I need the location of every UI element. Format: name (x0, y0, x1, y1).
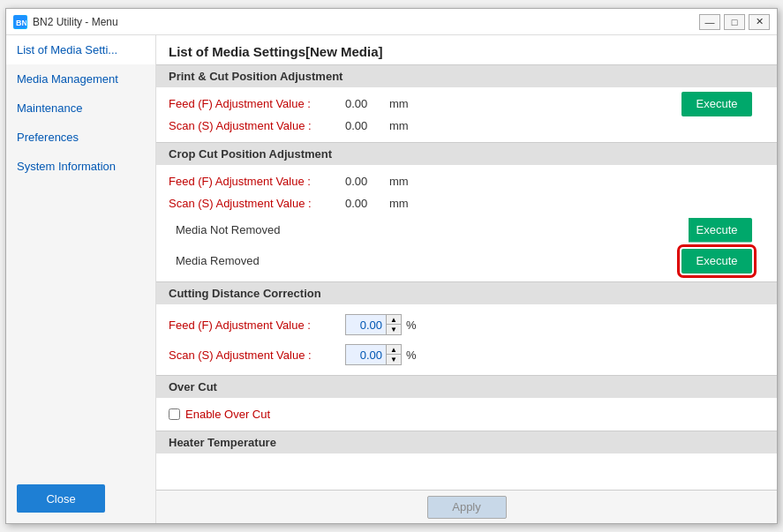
media-not-removed-label: Media Not Removed (176, 219, 352, 241)
close-button[interactable]: Close (17, 484, 105, 513)
media-removed-label: Media Removed (176, 250, 352, 272)
maximize-button[interactable]: □ (724, 14, 745, 30)
scan-s-unit-2: mm (389, 197, 409, 210)
section-crop-cut-body: Feed (F) Adjustment Value : 0.00 mm Scan… (156, 165, 777, 281)
title-bar-left: BN BN2 Utility - Menu (13, 15, 118, 29)
svg-text:BN: BN (16, 19, 26, 27)
section-over-cut: Over Cut Enable Over Cut (156, 375, 777, 431)
section-cutting-distance-title: Cutting Distance Correction (156, 282, 777, 304)
minimize-button[interactable]: — (699, 14, 720, 30)
scan-s-value-1: 0.00 (345, 119, 389, 132)
content-scroll[interactable]: Print & Cut Position Adjustment Feed (F)… (156, 64, 777, 490)
content-footer: Apply (156, 490, 777, 523)
sidebar-item-system-information[interactable]: System Information (6, 152, 155, 181)
section-print-cut-title: Print & Cut Position Adjustment (156, 65, 777, 87)
main-area: List of Media Setti... Media Management … (6, 35, 777, 523)
field-row-media-not-removed: Media Not Removed Execute (169, 214, 764, 245)
scan-s-label-2: Scan (S) Adjustment Value : (169, 197, 345, 210)
sidebar-item-maintenance[interactable]: Maintenance (6, 94, 155, 123)
over-cut-checkbox-row: Enable Over Cut (169, 403, 764, 425)
cutting-scan-up[interactable]: ▲ (387, 345, 401, 355)
title-bar: BN BN2 Utility - Menu — □ ✕ (6, 9, 777, 35)
scan-s-label-1: Scan (S) Adjustment Value : (169, 119, 345, 132)
scan-s-unit-1: mm (389, 119, 409, 132)
feed-f-value-1: 0.00 (345, 97, 389, 110)
cutting-feed-down[interactable]: ▼ (387, 325, 401, 334)
scan-s-value-2: 0.00 (345, 197, 389, 210)
cutting-feed-row: Feed (F) Adjustment Value : ▲ ▼ % (169, 310, 764, 340)
section-print-cut-body: Feed (F) Adjustment Value : 0.00 mm Exec… (156, 87, 777, 142)
cutting-feed-up[interactable]: ▲ (387, 315, 401, 325)
feed-f-unit-2: mm (389, 175, 409, 188)
title-controls: — □ ✕ (699, 14, 770, 30)
execute-button-print-cut[interactable]: Execute (681, 92, 752, 116)
sidebar-bottom: Close (6, 181, 155, 523)
main-window: BN BN2 Utility - Menu — □ ✕ List of Medi… (5, 8, 778, 524)
window-title: BN2 Utility - Menu (33, 16, 118, 28)
section-cutting-distance: Cutting Distance Correction Feed (F) Adj… (156, 281, 777, 375)
section-heater-temperature-title: Heater Temperature (156, 431, 777, 453)
feed-f-label-2: Feed (F) Adjustment Value : (169, 175, 345, 188)
section-heater-temperature-body (156, 453, 777, 480)
cutting-feed-label: Feed (F) Adjustment Value : (169, 318, 345, 332)
section-over-cut-body: Enable Over Cut (156, 398, 777, 431)
cutting-scan-input-container: ▲ ▼ (345, 344, 402, 365)
cutting-feed-spinner: ▲ ▼ (386, 315, 401, 334)
over-cut-label: Enable Over Cut (185, 408, 270, 421)
section-crop-cut-title: Crop Cut Position Adjustment (156, 143, 777, 165)
feed-f-unit-1: mm (389, 97, 409, 110)
feed-f-value-2: 0.00 (345, 175, 389, 188)
cutting-scan-row: Scan (S) Adjustment Value : ▲ ▼ % (169, 340, 764, 370)
section-heater-temperature: Heater Temperature (156, 431, 777, 480)
window-close-button[interactable]: ✕ (749, 14, 770, 30)
execute-button-media-removed[interactable]: Execute (681, 249, 752, 273)
execute-button-media-not-removed[interactable]: Execute (681, 218, 752, 243)
cutting-feed-unit: % (406, 318, 417, 332)
content-title: List of Media Settings[New Media] (156, 35, 777, 64)
apply-button[interactable]: Apply (427, 496, 507, 519)
section-crop-cut: Crop Cut Position Adjustment Feed (F) Ad… (156, 142, 777, 281)
field-row-feed-2: Feed (F) Adjustment Value : 0.00 mm (169, 170, 764, 192)
app-icon: BN (13, 15, 27, 29)
field-row-feed-1: Feed (F) Adjustment Value : 0.00 mm Exec… (169, 93, 764, 115)
feed-f-label-1: Feed (F) Adjustment Value : (169, 97, 345, 110)
section-over-cut-title: Over Cut (156, 376, 777, 398)
field-row-scan-2: Scan (S) Adjustment Value : 0.00 mm (169, 192, 764, 214)
sidebar: List of Media Setti... Media Management … (6, 35, 156, 523)
cutting-feed-input-container: ▲ ▼ (345, 314, 402, 335)
sidebar-item-media-management[interactable]: Media Management (6, 64, 155, 94)
cutting-scan-spinner: ▲ ▼ (386, 345, 401, 364)
content-area: List of Media Settings[New Media] Print … (156, 35, 777, 523)
field-row-media-removed: Media Removed Execute (169, 245, 764, 276)
cutting-scan-down[interactable]: ▼ (387, 355, 401, 364)
sidebar-item-list-of-media-settings[interactable]: List of Media Setti... (6, 35, 155, 64)
cutting-scan-unit: % (406, 348, 417, 362)
section-print-cut: Print & Cut Position Adjustment Feed (F)… (156, 64, 777, 142)
field-row-scan-1: Scan (S) Adjustment Value : 0.00 mm (169, 115, 764, 137)
cutting-scan-input[interactable] (346, 345, 386, 364)
sidebar-item-preferences[interactable]: Preferences (6, 123, 155, 152)
section-cutting-distance-body: Feed (F) Adjustment Value : ▲ ▼ % (156, 304, 777, 375)
cutting-scan-label: Scan (S) Adjustment Value : (169, 348, 345, 362)
over-cut-checkbox[interactable] (169, 408, 180, 420)
cutting-feed-input[interactable] (346, 315, 386, 334)
